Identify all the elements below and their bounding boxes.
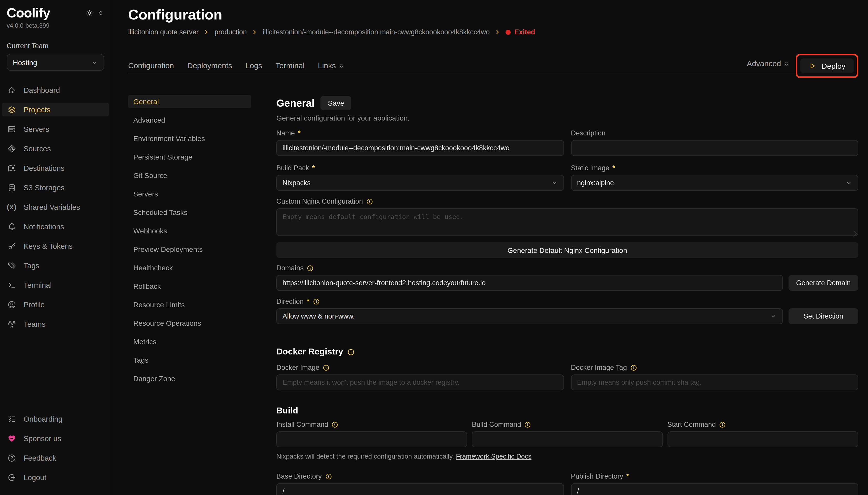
sidebar-item-label: Sources [23,144,51,153]
users-icon [7,319,16,328]
subnav-item-preview-deployments[interactable]: Preview Deployments [128,243,251,256]
subnav-item-general[interactable]: General [128,95,251,108]
sidebar-item-notifications[interactable]: Notifications [2,220,109,234]
info-icon[interactable] [307,264,314,272]
sidebar-item-sponsor[interactable]: Sponsor us [2,431,109,445]
sidebar-item-sources[interactable]: Sources [2,141,109,155]
set-direction-button[interactable]: Set Direction [789,308,858,324]
save-button[interactable]: Save [321,96,352,110]
info-icon[interactable] [325,473,332,480]
subnav-item-environment-variables[interactable]: Environment Variables [128,132,251,145]
terminal-icon [7,280,16,290]
generate-domain-button[interactable]: Generate Domain [789,275,858,291]
build-pack-select[interactable]: Nixpacks [276,175,564,191]
home-icon [7,85,16,95]
tab-links[interactable]: Links [318,61,344,70]
sidebar-item-feedback[interactable]: Feedback [2,451,109,465]
sidebar-item-profile[interactable]: Profile [2,297,109,311]
sidebar-item-servers[interactable]: Servers [2,122,109,136]
install-command-input[interactable] [276,431,467,447]
sidebar-item-label: Terminal [23,281,52,289]
tab-links-label: Links [318,61,336,70]
docker-image-input[interactable] [276,374,564,390]
sidebar-item-onboarding[interactable]: Onboarding [2,412,109,426]
status-badge: Exited [506,28,535,36]
subnav-item-servers[interactable]: Servers [128,187,251,201]
subnav-item-tags[interactable]: Tags [128,354,251,367]
sidebar-item-shared-variables[interactable]: (x) Shared Variables [2,200,109,214]
sidebar-item-logout[interactable]: Logout [2,471,109,484]
tab-logs[interactable]: Logs [246,61,262,70]
subnav-item-git-source[interactable]: Git Source [128,169,251,182]
info-icon[interactable] [347,348,355,356]
sidebar-item-s3-storages[interactable]: S3 Storages [2,181,109,194]
breadcrumb-application[interactable]: illicitestonion/-module--decomposition:m… [263,28,490,36]
sidebar-item-keys-tokens[interactable]: Keys & Tokens [2,239,109,253]
sidebar-item-dashboard[interactable]: Dashboard [2,83,109,97]
subnav-item-resource-operations[interactable]: Resource Operations [128,317,251,330]
domains-input[interactable] [276,275,783,291]
subnav-item-healthcheck[interactable]: Healthcheck [128,261,251,274]
advanced-dropdown[interactable]: Advanced [747,59,790,73]
breadcrumb-environment[interactable]: production [215,28,247,36]
info-icon[interactable] [332,421,339,428]
sidebar-item-terminal[interactable]: Terminal [2,278,109,292]
sun-icon[interactable] [85,9,94,17]
sidebar-header: Coolify v4.0.0-beta.399 Current Team Hos… [0,0,111,71]
selector-icon [784,60,790,66]
start-command-input[interactable] [667,431,858,447]
subnav-item-persistent-storage[interactable]: Persistent Storage [128,150,251,164]
tab-configuration[interactable]: Configuration [128,61,174,70]
sidebar-item-teams[interactable]: Teams [2,317,109,331]
deploy-button[interactable]: Deploy [801,58,854,73]
generate-nginx-button[interactable]: Generate Default Nginx Configuration [276,242,858,258]
subnav-item-webhooks[interactable]: Webhooks [128,224,251,238]
base-directory-input[interactable] [276,483,564,495]
sidebar-nav: Dashboard Projects Servers Sources Desti… [0,83,111,337]
subnav-item-danger-zone[interactable]: Danger Zone [128,372,251,385]
subnav-item-resource-limits[interactable]: Resource Limits [128,298,251,311]
publish-directory-input[interactable] [571,483,858,495]
sidebar-item-label: S3 Storages [23,183,65,192]
framework-docs-link[interactable]: Framework Specific Docs [456,453,531,460]
custom-nginx-textarea[interactable] [276,208,858,236]
sidebar: Coolify v4.0.0-beta.399 Current Team Hos… [0,0,111,495]
tab-deployments[interactable]: Deployments [187,61,232,70]
name-label: Name* [276,129,564,137]
sidebar-item-destinations[interactable]: Destinations [2,161,109,175]
docker-image-tag-label: Docker Image Tag [571,364,858,371]
status-dot-icon [506,30,511,35]
subnav-item-advanced[interactable]: Advanced [128,113,251,127]
info-icon[interactable] [719,421,726,428]
sidebar-item-label: Sponsor us [23,434,61,442]
required-mark: * [626,473,629,480]
info-icon[interactable] [630,364,637,371]
required-mark: * [307,297,310,305]
static-image-select[interactable]: nginx:alpine [571,175,858,191]
subnav-item-scheduled-tasks[interactable]: Scheduled Tasks [128,206,251,219]
direction-select[interactable]: Allow www & non-www. [276,308,783,324]
static-image-label: Static Image* [571,164,858,172]
custom-nginx-label: Custom Nginx Configuration [276,198,858,205]
info-icon[interactable] [313,298,320,305]
description-input[interactable] [571,140,858,156]
info-icon[interactable] [366,198,373,205]
app-version: v4.0.0-beta.399 [7,22,104,29]
info-icon[interactable] [322,364,330,371]
subnav-item-metrics[interactable]: Metrics [128,335,251,348]
layers-icon [7,105,16,114]
install-command-label: Install Command [276,421,467,428]
subnav-item-rollback[interactable]: Rollback [128,279,251,293]
sidebar-item-projects[interactable]: Projects [2,103,109,116]
chevron-down-icon [551,180,557,186]
breadcrumb-project[interactable]: illicitonion quote server [128,28,199,36]
name-input[interactable] [276,140,564,156]
theme-selector-icon[interactable] [98,10,104,16]
team-select[interactable]: Hosting [7,54,104,71]
docker-image-tag-input[interactable] [571,374,858,390]
build-command-input[interactable] [472,431,663,447]
tab-terminal[interactable]: Terminal [276,61,304,70]
info-icon[interactable] [524,421,531,428]
tabs: Configuration Deployments Logs Terminal … [128,61,344,73]
sidebar-item-tags[interactable]: Tags [2,258,109,272]
